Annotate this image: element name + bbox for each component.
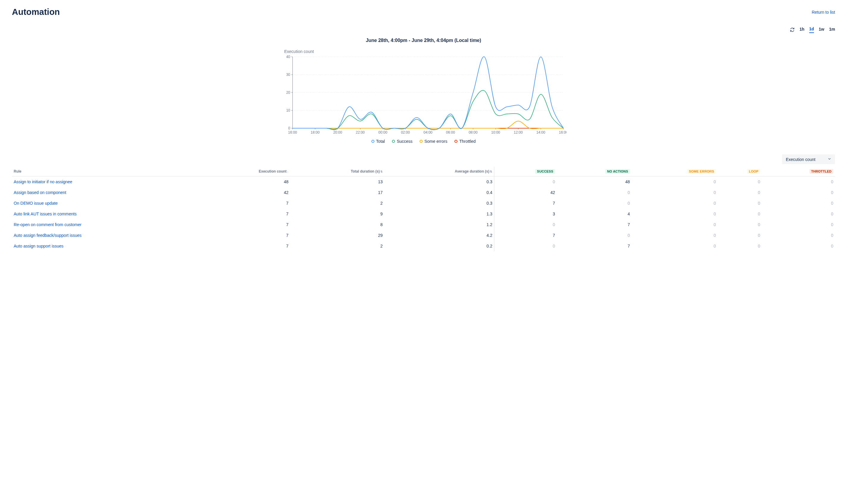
y-axis-title: Execution count xyxy=(284,49,566,54)
col-total-duration[interactable]: Total duration (s)⇅ xyxy=(290,167,384,176)
cell-avgdur: 0.4 xyxy=(384,187,494,198)
col-success: SUCCESS xyxy=(494,167,557,176)
legend-throttled[interactable]: Throttled xyxy=(454,139,475,144)
svg-text:02:00: 02:00 xyxy=(401,130,410,134)
cell-noactions: 0 xyxy=(557,187,632,198)
svg-text:20: 20 xyxy=(286,90,290,95)
cell-loop: 0 xyxy=(718,230,762,241)
svg-text:30: 30 xyxy=(286,73,290,77)
svg-text:10: 10 xyxy=(286,108,290,112)
cell-exec: 7 xyxy=(202,241,290,251)
svg-text:22:00: 22:00 xyxy=(356,130,364,134)
range-1w[interactable]: 1w xyxy=(819,27,824,33)
cell-success: 7 xyxy=(494,198,557,209)
table-row: Assign to initiator if no assignee48130.… xyxy=(12,176,835,187)
legend-label: Some errors xyxy=(425,139,447,144)
cell-avgdur: 1.2 xyxy=(384,219,494,230)
cell-someerrors: 0 xyxy=(632,219,718,230)
svg-text:16:00: 16:00 xyxy=(559,130,566,134)
execution-chart: 01020304016:0018:0020:0022:0000:0002:000… xyxy=(281,55,566,136)
cell-success: 0 xyxy=(494,219,557,230)
col-exec-count[interactable]: Execution count↓ xyxy=(202,167,290,176)
table-row: Auto link AUT issues in comments791.3340… xyxy=(12,209,835,219)
rule-link[interactable]: Assign to initiator if no assignee xyxy=(12,176,202,187)
chevron-down-icon xyxy=(827,157,831,162)
cell-throttled: 0 xyxy=(762,176,835,187)
cell-throttled: 0 xyxy=(762,209,835,219)
cell-throttled: 0 xyxy=(762,198,835,209)
cell-loop: 0 xyxy=(718,198,762,209)
rule-link[interactable]: Assign based on component xyxy=(12,187,202,198)
cell-success: 42 xyxy=(494,187,557,198)
rule-link[interactable]: Auto link AUT issues in comments xyxy=(12,209,202,219)
cell-throttled: 0 xyxy=(762,219,835,230)
cell-totdur: 13 xyxy=(290,176,384,187)
cell-loop: 0 xyxy=(718,187,762,198)
cell-exec: 7 xyxy=(202,209,290,219)
cell-someerrors: 0 xyxy=(632,241,718,251)
cell-noactions: 48 xyxy=(557,176,632,187)
cell-someerrors: 0 xyxy=(632,209,718,219)
cell-loop: 0 xyxy=(718,219,762,230)
svg-text:10:00: 10:00 xyxy=(491,130,500,134)
cell-loop: 0 xyxy=(718,209,762,219)
cell-someerrors: 0 xyxy=(632,230,718,241)
table-row: Auto assign support issues720.207000 xyxy=(12,241,835,251)
svg-text:0: 0 xyxy=(288,126,290,130)
svg-text:18:00: 18:00 xyxy=(311,130,320,134)
rule-link[interactable]: On DEMO issue update xyxy=(12,198,202,209)
svg-text:40: 40 xyxy=(286,55,290,59)
legend-label: Total xyxy=(376,139,385,144)
range-1h[interactable]: 1h xyxy=(799,27,804,33)
col-some-errors: SOME ERRORS xyxy=(632,167,718,176)
cell-exec: 7 xyxy=(202,198,290,209)
svg-text:12:00: 12:00 xyxy=(514,130,523,134)
sort-icon: ⇅ xyxy=(380,170,383,173)
cell-exec: 48 xyxy=(202,176,290,187)
refresh-icon[interactable] xyxy=(790,28,795,32)
legend-total[interactable]: Total xyxy=(372,139,385,144)
svg-text:20:00: 20:00 xyxy=(333,130,342,134)
svg-text:14:00: 14:00 xyxy=(536,130,545,134)
sort-icon: ⇅ xyxy=(490,170,492,173)
cell-loop: 0 xyxy=(718,241,762,251)
legend-label: Throttled xyxy=(459,139,475,144)
cell-totdur: 9 xyxy=(290,209,384,219)
return-to-list-link[interactable]: Return to list xyxy=(812,10,835,15)
cell-throttled: 0 xyxy=(762,187,835,198)
cell-noactions: 0 xyxy=(557,230,632,241)
cell-totdur: 29 xyxy=(290,230,384,241)
col-rule[interactable]: Rule xyxy=(12,167,202,176)
cell-noactions: 4 xyxy=(557,209,632,219)
col-loop: LOOP xyxy=(718,167,762,176)
cell-avgdur: 0.2 xyxy=(384,241,494,251)
metric-selector-dropdown[interactable]: Execution count xyxy=(782,155,835,164)
rule-link[interactable]: Auto assign feedback/support issues xyxy=(12,230,202,241)
cell-avgdur: 1.3 xyxy=(384,209,494,219)
range-1d[interactable]: 1d xyxy=(809,26,814,33)
sort-desc-icon: ↓ xyxy=(287,170,289,173)
svg-text:08:00: 08:00 xyxy=(469,130,477,134)
cell-exec: 7 xyxy=(202,230,290,241)
range-1m[interactable]: 1m xyxy=(829,27,835,33)
cell-exec: 7 xyxy=(202,219,290,230)
cell-success: 7 xyxy=(494,230,557,241)
table-row: Assign based on component42170.4420000 xyxy=(12,187,835,198)
rule-link[interactable]: Auto assign support issues xyxy=(12,241,202,251)
cell-success: 0 xyxy=(494,176,557,187)
page-title: Automation xyxy=(12,7,60,17)
table-row: On DEMO issue update720.370000 xyxy=(12,198,835,209)
cell-noactions: 0 xyxy=(557,198,632,209)
cell-noactions: 7 xyxy=(557,219,632,230)
rule-link[interactable]: Re-open on comment from customer xyxy=(12,219,202,230)
cell-totdur: 2 xyxy=(290,198,384,209)
col-avg-duration[interactable]: Average duration (s)⇅ xyxy=(384,167,494,176)
cell-success: 3 xyxy=(494,209,557,219)
cell-someerrors: 0 xyxy=(632,198,718,209)
legend-success[interactable]: Success xyxy=(392,139,413,144)
legend-some-errors[interactable]: Some errors xyxy=(420,139,447,144)
cell-noactions: 7 xyxy=(557,241,632,251)
col-throttled: THROTTLED xyxy=(762,167,835,176)
cell-exec: 42 xyxy=(202,187,290,198)
cell-throttled: 0 xyxy=(762,230,835,241)
